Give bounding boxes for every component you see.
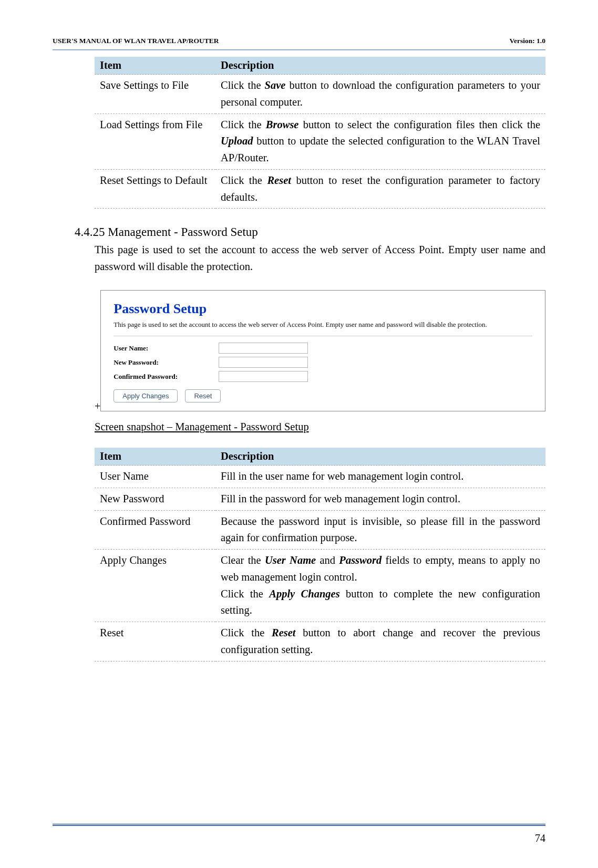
cell-desc: Click the Reset button to reset the conf…: [215, 169, 545, 209]
cell-item: Confirmed Password: [95, 510, 215, 550]
form-row-confirmedpassword: Confirmed Password:: [114, 371, 532, 382]
screenshot-caption: Screen snapshot – Management - Password …: [95, 421, 545, 433]
section-heading: 4.4.25 Management - Password Setup: [75, 225, 545, 239]
cell-desc: Click the Save button to download the co…: [215, 75, 545, 114]
table2-header-item: Item: [95, 448, 215, 466]
cell-desc: Fill in the password for web management …: [215, 488, 545, 510]
footer-rule: [53, 823, 545, 826]
form-row-username: User Name:: [114, 343, 532, 354]
table-row: New Password Fill in the password for we…: [95, 488, 545, 510]
cell-item: Apply Changes: [95, 550, 215, 622]
cell-desc: Click the Reset button to abort change a…: [215, 622, 545, 662]
input-newpassword[interactable]: [219, 357, 308, 368]
table-row: Load Settings from File Click the Browse…: [95, 113, 545, 169]
apply-changes-button[interactable]: Apply Changes: [114, 389, 178, 402]
table2-header-desc: Description: [215, 448, 545, 466]
table-row: Reset Settings to Default Click the Rese…: [95, 169, 545, 209]
table1-header-desc: Description: [215, 57, 545, 75]
section-intro: This page is used to set the account to …: [95, 242, 545, 275]
table1-header-item: Item: [95, 57, 215, 75]
cell-item: Reset: [95, 622, 215, 662]
reset-button[interactable]: Reset: [185, 389, 221, 402]
cell-item: Load Settings from File: [95, 113, 215, 169]
table-row: User Name Fill in the user name for web …: [95, 466, 545, 488]
screenshot-title: Password Setup: [114, 301, 532, 317]
screenshot-desc: This page is used to set the account to …: [114, 320, 532, 336]
plus-mark: +: [95, 400, 100, 412]
header-rule: [53, 49, 545, 50]
label-confirmedpassword: Confirmed Password:: [114, 373, 219, 381]
settings-table-1: Item Description Save Settings to File C…: [95, 57, 545, 209]
page-number: 74: [535, 832, 545, 844]
password-setup-screenshot: Password Setup This page is used to set …: [100, 290, 545, 411]
input-confirmedpassword[interactable]: [219, 371, 308, 382]
input-username[interactable]: [219, 343, 308, 354]
cell-item: Save Settings to File: [95, 75, 215, 114]
label-newpassword: New Password:: [114, 358, 219, 367]
table-row: Save Settings to File Click the Save but…: [95, 75, 545, 114]
table-row: Reset Click the Reset button to abort ch…: [95, 622, 545, 662]
cell-desc: Clear the User Name and Password fields …: [215, 550, 545, 622]
doc-title: USER'S MANUAL OF WLAN TRAVEL AP/ROUTER: [53, 37, 219, 45]
doc-version: Version: 1.0: [509, 37, 545, 45]
table-row: Apply Changes Clear the User Name and Pa…: [95, 550, 545, 622]
cell-desc: Click the Browse button to select the co…: [215, 113, 545, 169]
cell-desc: Fill in the user name for web management…: [215, 466, 545, 488]
cell-item: User Name: [95, 466, 215, 488]
table-row: Confirmed Password Because the password …: [95, 510, 545, 550]
cell-desc: Because the password input is invisible,…: [215, 510, 545, 550]
page-header: USER'S MANUAL OF WLAN TRAVEL AP/ROUTER V…: [53, 37, 545, 49]
cell-item: Reset Settings to Default: [95, 169, 215, 209]
cell-item: New Password: [95, 488, 215, 510]
settings-table-2: Item Description User Name Fill in the u…: [95, 448, 545, 662]
form-row-newpassword: New Password:: [114, 357, 532, 368]
label-username: User Name:: [114, 344, 219, 353]
